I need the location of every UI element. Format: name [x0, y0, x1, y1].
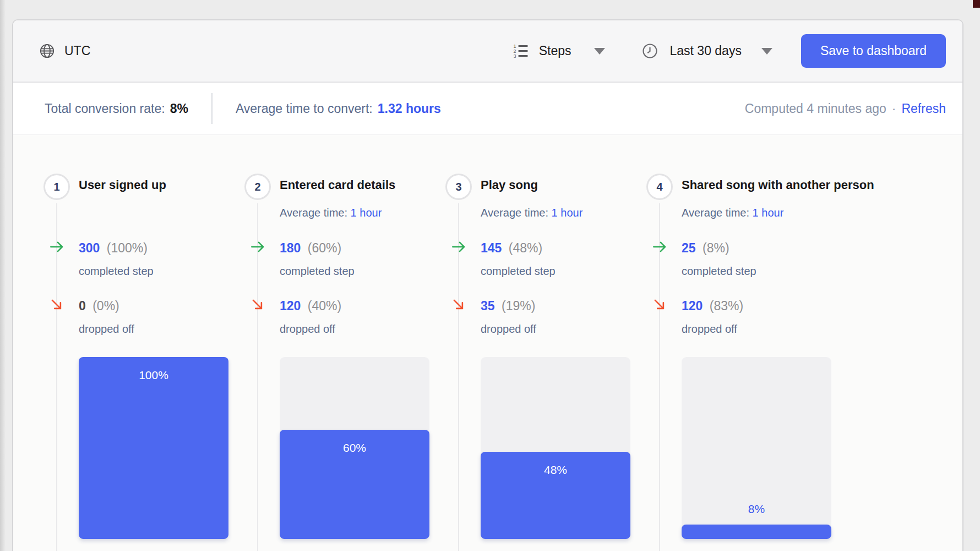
dropped-arrow-icon — [450, 296, 467, 313]
completed-step-label: completed step — [682, 264, 756, 278]
dropped-count: 120 — [682, 299, 703, 313]
bar-percent-label: 60% — [280, 430, 429, 455]
chevron-down-icon — [761, 48, 772, 55]
funnel-bar-track: 48% — [481, 357, 630, 539]
globe-icon — [39, 42, 56, 60]
dropped-count: 120 — [280, 299, 301, 313]
step-connector-line — [659, 203, 660, 551]
dropped-count: 35 — [481, 299, 495, 313]
dropped-stat: 35 (19%) dropped off — [481, 298, 536, 336]
step-title: User signed up — [79, 178, 166, 192]
funnel-insight-card: UTC 1 2 3 Steps Last 30 days — [12, 19, 963, 551]
dropped-arrow-icon — [249, 296, 266, 313]
funnel-bar-fill[interactable]: 100% — [79, 357, 228, 539]
average-time-value: 1 hour — [351, 207, 382, 219]
timezone-selector[interactable]: UTC — [39, 42, 90, 60]
step-title: Entered card details — [280, 178, 395, 192]
bar-percent-label: 100% — [79, 357, 228, 382]
step-connector-line — [257, 203, 258, 551]
completed-stat: 25 (8%) completed step — [682, 240, 756, 278]
completed-arrow-icon — [249, 239, 266, 255]
toolbar: UTC 1 2 3 Steps Last 30 days — [13, 20, 962, 83]
step-average-time: Average time: 1 hour — [280, 207, 382, 219]
dot-separator: · — [892, 101, 896, 116]
step-average-time: Average time: 1 hour — [682, 207, 783, 219]
completed-count: 145 — [481, 241, 502, 255]
funnel-bar-fill[interactable] — [682, 525, 831, 539]
completed-stat: 180 (60%) completed step — [280, 240, 355, 278]
save-to-dashboard-button[interactable]: Save to dashboard — [801, 34, 946, 68]
completed-stat: 145 (48%) completed step — [481, 240, 556, 278]
step-number-badge: 1 — [43, 174, 70, 200]
average-time-value: 1 hour — [552, 207, 583, 219]
dropped-off-label: dropped off — [481, 322, 536, 336]
refresh-link[interactable]: Refresh — [901, 101, 946, 116]
completed-pct: (8%) — [703, 241, 729, 255]
step-number-badge: 3 — [445, 174, 472, 200]
avg-time-convert-value: 1.32 hours — [378, 101, 441, 116]
funnel-step-column: 4 Shared song with another person Averag… — [646, 135, 847, 551]
funnel-bar-fill[interactable]: 60% — [280, 430, 429, 539]
step-title: Play song — [481, 178, 538, 192]
completed-pct: (48%) — [509, 241, 542, 255]
funnel-step-column: 1 User signed up 300 (100%) completed st… — [43, 135, 244, 551]
dropped-arrow-icon — [48, 296, 65, 313]
completed-arrow-icon — [48, 239, 65, 255]
date-range-selector[interactable]: Last 30 days — [641, 42, 772, 60]
chevron-down-icon — [594, 48, 605, 55]
timezone-label: UTC — [64, 44, 90, 58]
step-number: 3 — [455, 181, 461, 193]
dropped-pct: (83%) — [710, 299, 743, 313]
completed-step-label: completed step — [481, 264, 556, 278]
step-connector-line — [56, 203, 57, 551]
dropped-off-label: dropped off — [280, 322, 341, 336]
clock-icon — [641, 42, 658, 60]
step-average-time: Average time: 1 hour — [481, 207, 582, 219]
completed-arrow-icon — [651, 239, 668, 255]
svg-text:3: 3 — [513, 53, 516, 59]
funnel-step-column: 3 Play song Average time: 1 hour 145 (48… — [445, 135, 646, 551]
completed-arrow-icon — [450, 239, 467, 255]
screen-corner-artifact — [973, 0, 980, 8]
stats-divider — [211, 93, 213, 124]
funnel-bar-fill[interactable]: 48% — [481, 452, 630, 539]
step-number: 1 — [53, 181, 59, 193]
dropped-count: 0 — [79, 299, 86, 313]
funnel-bar-track: 60% — [280, 357, 429, 539]
total-conversion-label: Total conversion rate: — [45, 101, 165, 116]
dropped-pct: (19%) — [502, 299, 535, 313]
completed-count: 25 — [682, 241, 696, 255]
computed-ago-text: Computed 4 minutes ago — [745, 101, 886, 116]
step-number-badge: 2 — [244, 174, 271, 200]
dropped-off-label: dropped off — [682, 322, 743, 336]
summary-stats-row: Total conversion rate: 8% Average time t… — [13, 83, 962, 135]
bar-percent-label-outside: 8% — [682, 503, 831, 516]
numbered-list-icon: 1 2 3 — [512, 42, 529, 60]
step-connector-line — [458, 203, 459, 551]
average-time-label: Average time: — [280, 207, 351, 219]
view-mode-label: Steps — [539, 44, 571, 58]
dropped-stat: 0 (0%) dropped off — [79, 298, 134, 336]
funnel-step-column: 2 Entered card details Average time: 1 h… — [244, 135, 445, 551]
dropped-off-label: dropped off — [79, 322, 134, 336]
funnel-bar-track: 8% — [682, 357, 831, 539]
total-conversion-value: 8% — [170, 101, 188, 116]
average-time-label: Average time: — [481, 207, 552, 219]
completed-pct: (100%) — [107, 241, 148, 255]
funnel-bar-track: 100% — [79, 357, 228, 539]
dropped-pct: (0%) — [92, 299, 119, 313]
step-number: 4 — [656, 181, 662, 193]
dropped-stat: 120 (83%) dropped off — [682, 298, 743, 336]
dropped-stat: 120 (40%) dropped off — [280, 298, 341, 336]
completed-step-label: completed step — [79, 264, 154, 278]
step-number-badge: 4 — [646, 174, 673, 200]
dropped-pct: (40%) — [308, 299, 341, 313]
completed-step-label: completed step — [280, 264, 355, 278]
completed-count: 180 — [280, 241, 301, 255]
funnel-steps-area: 1 User signed up 300 (100%) completed st… — [13, 135, 962, 551]
average-time-label: Average time: — [682, 207, 753, 219]
view-mode-selector[interactable]: 1 2 3 Steps — [512, 42, 606, 60]
completed-stat: 300 (100%) completed step — [79, 240, 154, 278]
completed-pct: (60%) — [308, 241, 341, 255]
dropped-arrow-icon — [651, 296, 668, 313]
